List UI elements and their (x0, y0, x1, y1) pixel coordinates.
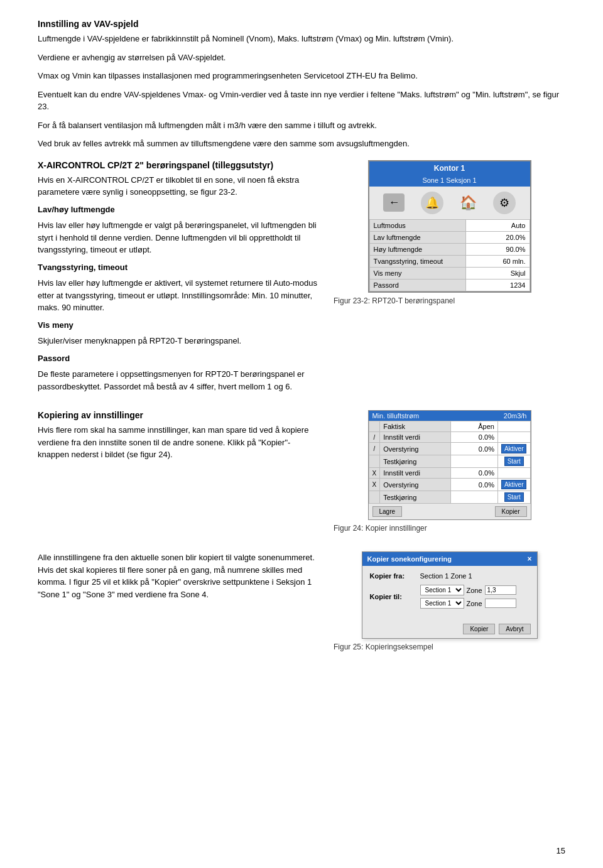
rpt-table-row: LuftmodusAuto (369, 219, 530, 231)
kopier-footer: Lagre Kopier (369, 504, 531, 519)
dialog-header: Kopier sonekonfigurering × (362, 552, 537, 566)
kopier-table-row: XInnstilt verdi0.0% (369, 468, 530, 479)
zone-input-2[interactable] (485, 599, 516, 608)
section-select-2[interactable]: Section 1 (420, 598, 464, 609)
kopier-row-btn[interactable]: Aktiver (497, 443, 530, 455)
intro-p6: Ved bruk av felles avtrekk må summen av … (38, 138, 565, 150)
kopier-header-value: 20m3/h (504, 412, 527, 420)
kopier-row-label: Innstilt verdi (380, 432, 451, 443)
page: Innstilling av VAV-spjeld Luftmengde i V… (0, 0, 603, 868)
kopier-row-label: Testkjøring (380, 491, 451, 504)
rpt-figure-caption: Figur 23-2: RPT20-T berøringspanel (334, 296, 455, 305)
dialog-figure-caption: Figur 25: Kopieringseksempel (334, 643, 433, 651)
passord-heading: Passord (38, 352, 321, 365)
kopier-header-label: Min. tilluftstrøm (372, 412, 420, 420)
kopier-fra-row: Kopier fra: Section 1 Zone 1 (370, 572, 530, 580)
kopier-til-row2: Section 1 Zone (420, 598, 516, 609)
kopier-table-row: /Overstyring0.0%Aktiver (369, 443, 530, 455)
kopier-header: Min. tilluftstrøm 20m3/h (369, 411, 531, 421)
intro-p4: Eventuelt kan du endre VAV-spjeldenes Vm… (38, 89, 565, 113)
bell-icon: 🔔 (421, 192, 443, 214)
kopier-button[interactable]: Kopier (495, 506, 527, 517)
page-number: 15 (557, 846, 565, 855)
kopier-row-btn (497, 421, 530, 432)
kopier-til-row1: Section 1 Zone (420, 585, 516, 595)
kopier-row-icon (369, 491, 380, 504)
intro-p3: Vmax og Vmin kan tilpasses installasjone… (38, 70, 565, 82)
tvang-heading: Tvangsstyring, timeout (38, 261, 321, 274)
zone-label-1: Zone (467, 587, 482, 594)
dialog-footer: Kopier Avbryt (362, 620, 537, 638)
kopier-table-row: TestkjøringStart (369, 455, 530, 468)
kopier-sone-text: Alle innstillingene fra den aktuelle son… (38, 551, 321, 651)
kopier-sone-section: Alle innstillingene fra den aktuelle son… (38, 551, 565, 651)
kopier-action-btn[interactable]: Start (504, 492, 524, 502)
kopier-row-btn (497, 468, 530, 479)
xaircontrol-section: X-AIRCONTROL CP/2T 2" berøringspanel (ti… (38, 160, 565, 398)
kopier-row-btn[interactable]: Aktiver (497, 479, 530, 491)
dialog-title: Kopier sonekonfigurering (367, 555, 452, 563)
rpt-table-row: Passord1234 (369, 279, 530, 291)
kopier-innstillinger-panel: Min. tilluftstrøm 20m3/h FaktiskÅpen/Inn… (368, 410, 531, 520)
rpt-row-value: Auto (465, 219, 530, 231)
dialog-container: Kopier sonekonfigurering × Kopier fra: S… (334, 551, 565, 651)
zone-input-1[interactable] (485, 585, 516, 595)
rpt-row-value: Skjul (465, 267, 530, 279)
dialog-avbryt-button[interactable]: Avbryt (499, 624, 530, 634)
kopier-row-value: 0.0% (451, 443, 498, 455)
kopier-row-icon (369, 455, 380, 468)
rpt-header-line1: Kontor 1 (369, 161, 530, 175)
kopier-row-value: 0.0% (451, 432, 498, 443)
kopier-row-icon: X (369, 479, 380, 491)
rpt-panel: Kontor 1 Sone 1 Seksjon 1 ← 🔔 🏠 ⚙ Luftmo… (368, 160, 531, 293)
kopier-table-row: /Innstilt verdi0.0% (369, 432, 530, 443)
rpt-table-row: Lav luftmengde20.0% (369, 231, 530, 243)
rpt-row-value: 20.0% (465, 231, 530, 243)
kopier-figure-caption: Figur 24: Kopier innstillinger (334, 524, 427, 533)
kopier-row-icon: / (369, 443, 380, 455)
rpt-panel-container: Kontor 1 Sone 1 Seksjon 1 ← 🔔 🏠 ⚙ Luftmo… (334, 160, 565, 398)
kopier-table: FaktiskÅpen/Innstilt verdi0.0%/Overstyri… (369, 421, 531, 504)
kopier-dialog: Kopier sonekonfigurering × Kopier fra: S… (362, 551, 538, 639)
kopier-fra-label: Kopier fra: (370, 572, 420, 580)
rpt-settings-table: LuftmodusAutoLav luftmengde20.0%Høy luft… (369, 219, 530, 291)
kopier-row-label: Innstilt verdi (380, 468, 451, 479)
kopier-action-btn[interactable]: Aktiver (501, 444, 527, 453)
gear-icon: ⚙ (493, 192, 516, 214)
kopier-table-row: FaktiskÅpen (369, 421, 530, 432)
xaircontrol-text: X-AIRCONTROL CP/2T 2" berøringspanel (ti… (38, 160, 321, 398)
kopier-fra-value: Section 1 Zone 1 (420, 572, 472, 580)
rpt-row-label: Vis meny (369, 267, 465, 279)
rpt-row-label: Tvangsstyring, timeout (369, 255, 465, 267)
lavhoy-p: Hvis lav eller høy luftmengde er valgt p… (38, 219, 321, 256)
kopiering-text: Kopiering av innstillinger Hvis flere ro… (38, 410, 321, 533)
kopier-action-btn[interactable]: Aktiver (501, 480, 527, 489)
rpt-row-value: 60 mln. (465, 255, 530, 267)
xaircontrol-heading: X-AIRCONTROL CP/2T 2" berøringspanel (ti… (38, 160, 321, 170)
rpt-icons-row: ← 🔔 🏠 ⚙ (369, 187, 530, 219)
lagre-button[interactable]: Lagre (372, 506, 403, 517)
intro-p2: Verdiene er avhengig av størrelsen på VA… (38, 52, 565, 64)
rpt-row-label: Passord (369, 279, 465, 291)
dialog-kopier-button[interactable]: Kopier (463, 624, 495, 634)
kopier-table-row: XOverstyring0.0%Aktiver (369, 479, 530, 491)
kopiering-section: Kopiering av innstillinger Hvis flere ro… (38, 410, 565, 533)
rpt-row-label: Lav luftmengde (369, 231, 465, 243)
kopier-row-icon: X (369, 468, 380, 479)
kopier-sone-p1: Alle innstillingene fra den aktuelle son… (38, 551, 321, 600)
rpt-table-row: Tvangsstyring, timeout60 mln. (369, 255, 530, 267)
kopier-action-btn[interactable]: Start (504, 457, 524, 466)
kopier-row-btn[interactable]: Start (497, 491, 530, 504)
kopiering-heading: Kopiering av innstillinger (38, 410, 321, 420)
passord-p: De fleste parametere i oppsettingsmenyen… (38, 368, 321, 393)
dialog-close-btn[interactable]: × (527, 555, 531, 563)
xaircontrol-p1: Hvis en X-AIRCONTROL CP/2T er tilkoblet … (38, 174, 321, 198)
zone-label-2: Zone (467, 600, 482, 607)
kopier-panel-container: Min. tilluftstrøm 20m3/h FaktiskÅpen/Inn… (334, 410, 565, 533)
vismeny-p: Skjuler/viser menyknappen på RPT20-T ber… (38, 335, 321, 347)
section-select-1[interactable]: Section 1 (420, 585, 464, 595)
kopier-row-btn[interactable]: Start (497, 455, 530, 468)
kopier-row-btn (497, 432, 530, 443)
kopier-row-value: 0.0% (451, 468, 498, 479)
dialog-body: Kopier fra: Section 1 Zone 1 Kopier til:… (362, 566, 537, 620)
